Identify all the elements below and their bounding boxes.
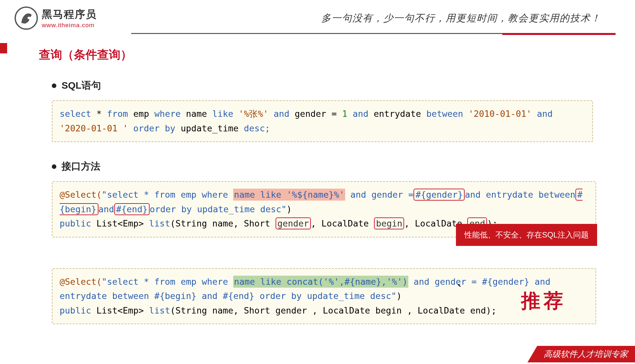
content: 查询（条件查询） SQL语句 select * from emp where n… <box>0 34 635 324</box>
method1-code-box: @Select("select * from emp where name li… <box>52 181 596 237</box>
recommend-label: 推荐 <box>521 285 566 317</box>
section-sql-text: SQL语句 <box>62 79 101 92</box>
header: 黑马程序员 www.itheima.com 多一句没有，少一句不行，用更短时间，… <box>0 0 635 30</box>
logo-url: www.itheima.com <box>42 22 97 29</box>
method2-code-box: @Select("select * from emp where name li… <box>52 268 596 325</box>
sql-code-box: select * from emp where name like '%张%' … <box>52 100 593 142</box>
section-method-label: 接口方法 <box>52 160 596 173</box>
logo: 黑马程序员 www.itheima.com <box>15 6 97 30</box>
bullet-icon <box>52 164 56 169</box>
warning-banner: 性能低、不安全、存在SQL注入问题 <box>456 224 597 246</box>
watermark: CSDN @桔筱鲱 <box>582 350 624 358</box>
bullet-icon <box>52 83 56 88</box>
logo-text: 黑马程序员 www.itheima.com <box>42 7 97 29</box>
section-sql-label: SQL语句 <box>52 79 596 92</box>
page-title: 查询（条件查询） <box>39 47 596 63</box>
slogan: 多一句没有，少一句不行，用更短时间，教会更实用的技术！ <box>321 12 620 25</box>
logo-title: 黑马程序员 <box>42 7 97 22</box>
section-method-text: 接口方法 <box>62 160 100 173</box>
side-tab <box>0 43 7 53</box>
horse-logo-icon <box>15 6 38 30</box>
header-divider <box>131 33 616 34</box>
